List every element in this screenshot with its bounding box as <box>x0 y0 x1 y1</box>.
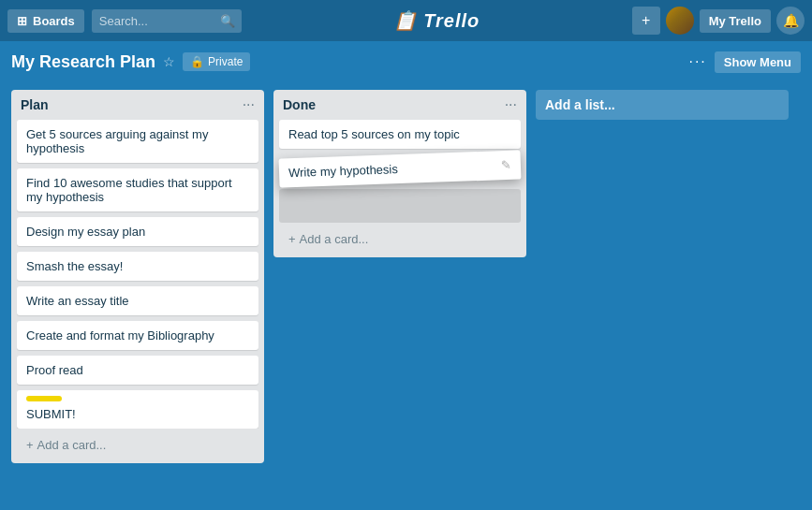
card-text: Proof read <box>26 363 83 377</box>
search-wrapper: 🔍 <box>92 9 242 33</box>
trello-logo-text: Trello <box>423 10 480 32</box>
trello-logo: 📋 Trello <box>249 9 625 32</box>
nav-right-actions: + My Trello 🔔 <box>632 7 805 35</box>
card-text: Get 5 sources arguing against my hypothe… <box>26 127 208 155</box>
boards-grid-icon: ⊞ <box>17 14 27 28</box>
trello-logo-icon: 📋 <box>393 9 418 32</box>
privacy-label: Private <box>208 55 243 68</box>
search-icon: 🔍 <box>220 14 235 28</box>
boards-label: Boards <box>33 14 75 28</box>
card-text: Create and format my Bibliography <box>26 328 214 342</box>
card-text: Write my hypothesis <box>288 162 398 180</box>
add-card-label: Add a card... <box>300 232 369 246</box>
top-navigation: ⊞ Boards 🔍 📋 Trello + My Trello 🔔 <box>0 0 812 41</box>
avatar[interactable] <box>666 7 694 35</box>
list-plan-title: Plan <box>21 97 49 112</box>
card-read-sources[interactable]: Read top 5 sources on my topic ✎ <box>279 120 521 149</box>
add-list-button[interactable]: Add a list... <box>536 90 789 120</box>
board-header: My Research Plan ☆ 🔒 Private ··· Show Me… <box>0 41 812 82</box>
lock-icon: 🔒 <box>190 55 204 68</box>
add-card-done-button[interactable]: + Add a card... <box>279 226 521 252</box>
card-find-studies[interactable]: Find 10 awesome studies that support my … <box>17 168 258 211</box>
add-card-label: Add a card... <box>37 438 107 452</box>
avatar-image <box>666 7 694 35</box>
list-plan: Plan ··· Get 5 sources arguing against m… <box>11 90 264 463</box>
list-done: Done ··· Read top 5 sources on my topic … <box>273 90 526 257</box>
card-bibliography[interactable]: Create and format my Bibliography ✎ <box>17 321 258 350</box>
board-privacy[interactable]: 🔒 Private <box>183 52 250 71</box>
plus-icon: + <box>642 12 650 29</box>
boards-button[interactable]: ⊞ Boards <box>7 9 84 33</box>
search-input[interactable] <box>92 9 242 33</box>
my-trello-label: My Trello <box>709 14 761 28</box>
card-write-title[interactable]: Write an essay title ✎ <box>17 286 258 315</box>
show-menu-button[interactable]: Show Menu <box>715 51 801 73</box>
card-get-sources[interactable]: Get 5 sources arguing against my hypothe… <box>17 120 258 163</box>
board-title: My Research Plan <box>11 52 155 72</box>
my-trello-button[interactable]: My Trello <box>700 9 771 33</box>
bell-icon: 🔔 <box>783 13 799 28</box>
list-done-header: Done ··· <box>273 90 526 120</box>
star-button[interactable]: ☆ <box>163 54 175 69</box>
list-done-menu-button[interactable]: ··· <box>505 97 517 112</box>
card-edit-icon[interactable]: ✎ <box>501 158 512 172</box>
card-text: Design my essay plan <box>26 225 145 239</box>
card-yellow-label <box>26 396 62 401</box>
card-text: Write an essay title <box>26 294 129 308</box>
list-done-title: Done <box>283 97 316 112</box>
card-drop-placeholder <box>279 189 521 223</box>
more-options-button[interactable]: ··· <box>688 53 706 70</box>
card-text: Find 10 awesome studies that support my … <box>26 176 232 204</box>
card-text: SUBMIT! <box>26 407 76 421</box>
notifications-button[interactable]: 🔔 <box>776 7 805 35</box>
board-content: Plan ··· Get 5 sources arguing against m… <box>0 82 812 510</box>
add-list-label: Add a list... <box>545 97 615 112</box>
card-smash-essay[interactable]: Smash the essay! ✎ <box>17 252 258 281</box>
board-header-right: ··· Show Menu <box>688 51 801 73</box>
board-header-left: My Research Plan ☆ 🔒 Private <box>11 52 250 72</box>
list-plan-header: Plan ··· <box>11 90 264 120</box>
list-plan-cards: Get 5 sources arguing against my hypothe… <box>11 120 264 429</box>
list-plan-menu-button[interactable]: ··· <box>243 97 255 112</box>
plus-icon: + <box>26 438 34 452</box>
add-card-plan-button[interactable]: + Add a card... <box>17 432 258 458</box>
card-text: Read top 5 sources on my topic <box>288 127 460 141</box>
card-write-hypothesis-dragging[interactable]: Write my hypothesis ✎ <box>279 151 522 188</box>
add-button[interactable]: + <box>632 7 660 35</box>
list-done-cards: Read top 5 sources on my topic ✎ Write m… <box>273 120 526 223</box>
card-proof-read[interactable]: Proof read ✎ <box>17 356 258 385</box>
card-submit[interactable]: SUBMIT! ✎ <box>17 390 258 429</box>
plus-icon: + <box>288 232 296 246</box>
card-design-plan[interactable]: Design my essay plan ✎ <box>17 217 258 246</box>
card-text: Smash the essay! <box>26 259 123 273</box>
